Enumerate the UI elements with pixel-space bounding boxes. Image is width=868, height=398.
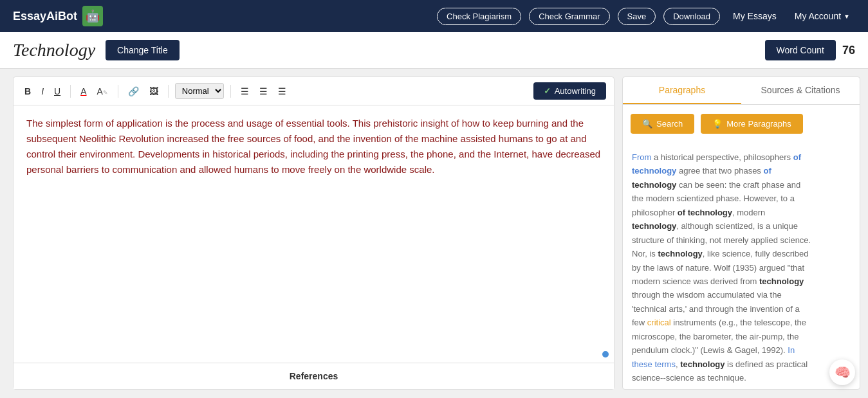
- my-account-menu[interactable]: My Account ▼: [790, 8, 855, 24]
- paragraph-1: From a historical perspective, philosoph…: [632, 150, 851, 384]
- search-icon: 🔍: [642, 119, 652, 129]
- essay-title: Technology: [13, 40, 95, 60]
- check-plagiarism-button[interactable]: Check Plagiarism: [437, 8, 521, 25]
- editor-text: The simplest form of application is the …: [26, 116, 601, 177]
- underline-button[interactable]: U: [51, 84, 64, 98]
- more-paragraphs-button[interactable]: 💡 More Paragraphs: [701, 114, 802, 134]
- references-bar: References: [14, 363, 614, 389]
- of-text-2: of: [764, 166, 771, 176]
- toolbar: B I U A A✎ 🔗 🖼 Normal ☰ ☰ ☰ ✓ Autowritin…: [14, 77, 614, 105]
- technology-text-4: technology: [658, 249, 702, 258]
- technology-text-2: technology: [632, 180, 676, 190]
- format-select[interactable]: Normal: [175, 83, 224, 99]
- cursor-dot: [602, 351, 609, 357]
- bulb-icon: 💡: [712, 119, 723, 129]
- toolbar-separator-1: [70, 85, 71, 98]
- header: EssayAiBot 🤖 Check Plagiarism Check Gram…: [0, 0, 868, 32]
- save-button[interactable]: Save: [618, 8, 656, 25]
- main-content: B I U A A✎ 🔗 🖼 Normal ☰ ☰ ☰ ✓ Autowritin…: [0, 69, 868, 397]
- word-count-button[interactable]: Word Count: [765, 40, 836, 60]
- indent-button[interactable]: ☰: [275, 84, 290, 98]
- check-grammar-button[interactable]: Check Grammar: [529, 8, 609, 25]
- logo-area: EssayAiBot 🤖: [13, 6, 103, 26]
- my-essays-link[interactable]: My Essays: [728, 8, 782, 24]
- search-label: Search: [656, 119, 683, 129]
- highlight-button[interactable]: A✎: [93, 84, 111, 98]
- download-button[interactable]: Download: [663, 8, 720, 25]
- more-paragraphs-label: More Paragraphs: [726, 119, 791, 129]
- from-text: From: [632, 152, 651, 162]
- editor-panel: B I U A A✎ 🔗 🖼 Normal ☰ ☰ ☰ ✓ Autowritin…: [13, 77, 614, 390]
- bold-button[interactable]: B: [21, 84, 34, 98]
- link-button[interactable]: 🔗: [125, 84, 142, 98]
- toolbar-separator-3: [168, 85, 169, 98]
- toolbar-separator-2: [118, 85, 118, 98]
- tab-sources-citations[interactable]: Sources & Citations: [741, 77, 860, 104]
- checkmark-icon: ✓: [544, 86, 551, 96]
- search-button[interactable]: 🔍 Search: [631, 114, 694, 134]
- ordered-list-button[interactable]: ☰: [237, 84, 252, 98]
- right-panel: Paragraphs Sources & Citations 🔍 Search …: [622, 77, 860, 390]
- logo-text: EssayAiBot: [13, 10, 77, 23]
- change-title-button[interactable]: Change Title: [106, 40, 180, 60]
- logo-icon: 🤖: [82, 6, 103, 26]
- title-bar: Technology Change Title Word Count 76: [0, 32, 868, 69]
- brain-icon: 🧠: [835, 365, 851, 380]
- autowriting-label: Autowriting: [555, 86, 596, 96]
- word-count-value: 76: [842, 44, 855, 57]
- critical-text: critical: [647, 318, 671, 327]
- chevron-down-icon: ▼: [844, 13, 850, 20]
- of-technology-text: of technology: [678, 208, 732, 217]
- technology-text-3: technology: [632, 221, 676, 231]
- tab-paragraphs-label: Paragraphs: [659, 85, 705, 95]
- unordered-list-button[interactable]: ☰: [256, 84, 271, 98]
- right-actions: 🔍 Search 💡 More Paragraphs: [623, 105, 860, 143]
- autowriting-button[interactable]: ✓ Autowriting: [533, 82, 606, 100]
- tab-sources-citations-label: Sources & Citations: [761, 85, 840, 95]
- technology-text-1: technology: [632, 166, 676, 176]
- italic-button[interactable]: I: [38, 84, 47, 98]
- toolbar-separator-4: [230, 85, 231, 98]
- image-button[interactable]: 🖼: [146, 84, 162, 98]
- references-label: References: [290, 371, 338, 381]
- technology-text-5: technology: [759, 276, 804, 286]
- right-tabs: Paragraphs Sources & Citations: [623, 77, 860, 105]
- of-text: of: [793, 152, 801, 162]
- my-account-label: My Account: [795, 11, 841, 21]
- right-content: From a historical perspective, philosoph…: [623, 143, 860, 389]
- brain-icon-button[interactable]: 🧠: [829, 359, 855, 385]
- technology-text-6: technology: [680, 359, 725, 369]
- editor-body[interactable]: The simplest form of application is the …: [14, 105, 614, 363]
- text-color-button[interactable]: A: [77, 84, 89, 98]
- tab-paragraphs[interactable]: Paragraphs: [623, 77, 741, 104]
